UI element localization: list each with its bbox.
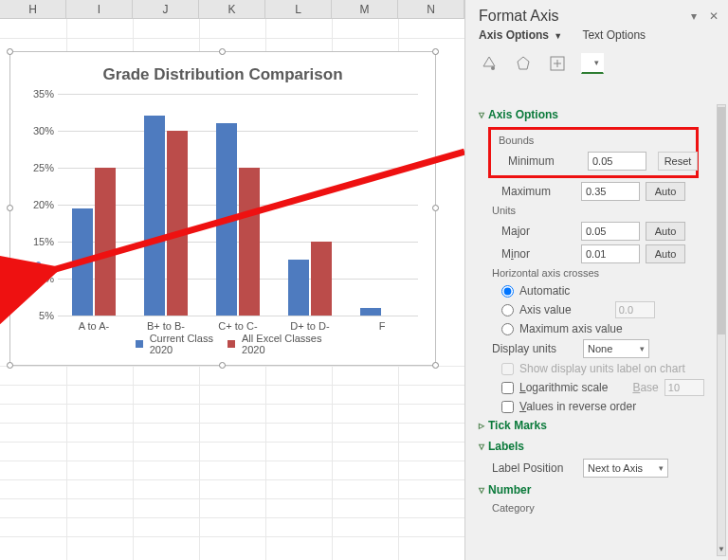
col-header[interactable]: H (0, 0, 66, 18)
x-category: B+ to B- (137, 320, 194, 332)
minimum-label: Minimum (508, 154, 582, 168)
automatic-label: Automatic (519, 284, 570, 298)
max-axis-value-label: Maximum axis value (519, 322, 623, 335)
x-category: D+ to D- (282, 320, 338, 332)
show-du-label: Show display units label on chart (519, 362, 685, 375)
y-tick: 30% (22, 125, 54, 136)
svg-point-1 (491, 66, 495, 70)
units-label: Units (479, 203, 715, 220)
tab-text-options[interactable]: Text Options (582, 28, 646, 42)
x-category: C+ to C- (209, 320, 266, 332)
effects-icon[interactable] (513, 53, 534, 74)
bar-series1[interactable] (95, 168, 116, 316)
base-label: Base (632, 381, 658, 394)
x-category: A to A- (65, 320, 122, 332)
section-axis-options[interactable]: ▿Axis Options (479, 104, 715, 125)
chevron-down-icon: ▼ (554, 31, 562, 41)
col-header[interactable]: L (265, 0, 332, 18)
close-icon[interactable]: ✕ (709, 9, 719, 23)
major-input[interactable] (581, 222, 640, 241)
axis-options-icon[interactable] (581, 53, 604, 74)
col-header[interactable]: M (332, 0, 398, 18)
col-header[interactable]: I (66, 0, 133, 18)
minimum-input[interactable] (588, 152, 646, 171)
bar-series1[interactable] (311, 242, 332, 316)
minor-input[interactable] (581, 244, 640, 263)
y-tick: 15% (22, 236, 54, 247)
panel-options-icon[interactable]: ▾ (691, 9, 697, 23)
size-props-icon[interactable] (547, 53, 568, 74)
col-header[interactable]: K (199, 0, 265, 18)
check-show-du (501, 363, 514, 375)
chart-title[interactable]: Grade Distribution Comparison (10, 52, 435, 90)
section-labels[interactable]: ▿Labels (479, 436, 715, 457)
category-label: Category (479, 500, 715, 517)
legend-label: All Excel Classes2020 (242, 333, 321, 355)
minor-label: Minor (501, 247, 575, 261)
bar-series1[interactable] (167, 131, 188, 316)
scroll-down-icon[interactable]: ▼ (718, 544, 725, 555)
selected-axis-label[interactable] (10, 263, 39, 279)
chart-legend[interactable]: Current Class2020 All Excel Classes2020 (10, 333, 435, 355)
bar-series0[interactable] (72, 208, 93, 316)
major-label: Major (501, 225, 575, 238)
col-header[interactable]: N (398, 0, 464, 18)
legend-label: Current Class2020 (150, 333, 213, 355)
maximum-input[interactable] (581, 182, 640, 201)
bar-series0[interactable] (216, 123, 237, 316)
scroll-thumb[interactable] (718, 107, 725, 334)
display-units-select[interactable]: None (583, 339, 649, 358)
hac-label: Horizontal axis crosses (479, 265, 715, 282)
spreadsheet-area: H I J K L M N Grade Distribution Compari… (0, 0, 464, 560)
check-log-scale[interactable] (501, 382, 514, 394)
bounds-label: Bounds (495, 133, 692, 150)
fill-line-icon[interactable] (479, 53, 500, 74)
auto-button[interactable]: Auto (646, 222, 685, 241)
legend-swatch (228, 340, 235, 348)
label-position-label: Label Position (492, 461, 577, 475)
bar-series0[interactable] (360, 308, 381, 316)
panel-scroll-body: ▿Axis Options Bounds Minimum Reset Maxim… (465, 104, 715, 560)
radio-axis-value[interactable] (501, 304, 514, 316)
values-reverse-label: Values in reverse order (519, 400, 636, 413)
display-units-label: Display units (492, 342, 577, 355)
auto-button[interactable]: Auto (646, 182, 685, 201)
base-input (664, 379, 704, 396)
radio-automatic[interactable] (501, 285, 514, 298)
x-category: F (354, 320, 410, 332)
col-header[interactable]: J (133, 0, 199, 18)
column-headers: H I J K L M N (0, 0, 464, 19)
plot-area[interactable]: 5% 10% 15% 20% 25% 30% 35% A to A- B+ to… (58, 94, 418, 316)
y-tick: 20% (22, 199, 54, 210)
axis-value-input[interactable] (615, 301, 655, 318)
legend-swatch (136, 340, 143, 348)
bar-series0[interactable] (144, 116, 165, 316)
label-position-select[interactable]: Next to Axis (583, 459, 668, 478)
check-values-reverse[interactable] (501, 401, 514, 413)
auto-button[interactable]: Auto (646, 244, 685, 263)
svg-marker-2 (518, 57, 529, 69)
y-tick: 35% (22, 88, 54, 99)
y-tick: 25% (22, 162, 54, 173)
panel-scrollbar[interactable]: ▲ ▼ (717, 104, 726, 556)
bar-series1[interactable] (239, 168, 260, 316)
panel-title: Format Axis (479, 8, 558, 25)
section-number[interactable]: ▿Number (479, 479, 715, 500)
highlight-bounds-minimum: Bounds Minimum Reset (488, 127, 699, 178)
maximum-label: Maximum (501, 185, 575, 198)
log-scale-label: Logarithmic scale (519, 381, 608, 394)
tab-axis-options[interactable]: Axis Options ▼ (479, 28, 562, 42)
axis-value-label: Axis value (519, 303, 572, 316)
format-axis-panel: Format Axis ▾ ✕ Axis Options ▼ Text Opti… (464, 0, 728, 560)
bar-series0[interactable] (288, 260, 309, 316)
section-tick-marks[interactable]: ▹Tick Marks (479, 415, 715, 436)
radio-max-axis-value[interactable] (501, 323, 514, 335)
reset-button[interactable]: Reset (658, 152, 698, 171)
y-tick: 5% (22, 310, 54, 321)
chart-object[interactable]: Grade Distribution Comparison 5% 10% 15%… (9, 51, 436, 366)
